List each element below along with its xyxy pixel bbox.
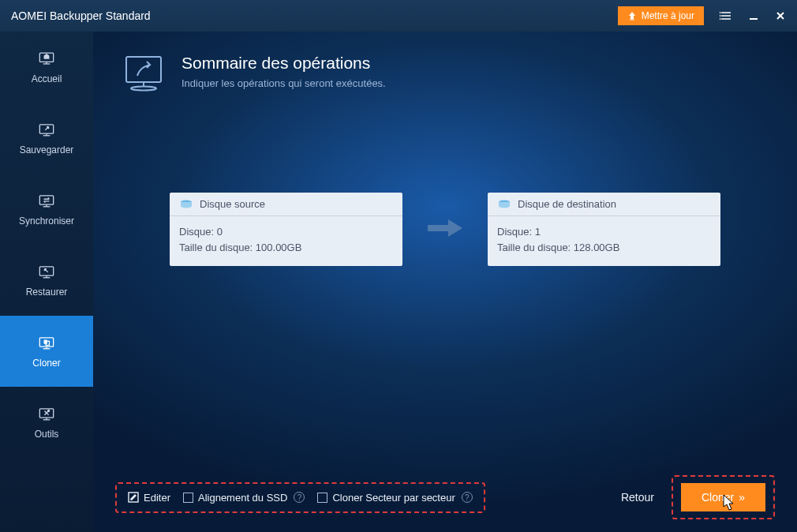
page-title: Sommaire des opérations	[181, 54, 386, 73]
disk-icon	[179, 199, 193, 210]
sector-clone-checkbox[interactable]: Cloner Secteur par secteur ?	[317, 492, 472, 504]
svg-rect-31	[126, 57, 161, 82]
upgrade-button[interactable]: Mettre à jour	[618, 6, 704, 25]
sidebar-label-restore: Restaurer	[26, 287, 68, 298]
disk-row: Disque source Disque: 0 Taille du disque…	[93, 193, 797, 266]
svg-point-6	[720, 19, 720, 20]
sidebar-label-tools: Outils	[35, 429, 59, 440]
edit-link[interactable]: Editer	[128, 492, 170, 504]
sidebar-label-backup: Sauvegarder	[20, 144, 74, 155]
sidebar: Accueil Sauvegarder Synchroniser Restaur…	[0, 32, 93, 532]
disk-icon	[497, 199, 511, 210]
svg-rect-0	[630, 20, 634, 21]
edit-icon	[128, 492, 139, 503]
sidebar-item-home[interactable]: Accueil	[0, 32, 93, 103]
dest-disk-line2: Taille du disque: 128.00GB	[497, 240, 711, 256]
upgrade-label: Mettre à jour	[642, 10, 694, 21]
title-bar: AOMEI Backupper Standard Mettre à jour	[0, 0, 797, 32]
help-icon[interactable]: ?	[462, 492, 473, 503]
app-title: AOMEI Backupper Standard	[11, 9, 151, 22]
edit-label: Editer	[144, 492, 170, 504]
sidebar-label-clone: Cloner	[32, 358, 60, 369]
sidebar-label-home: Accueil	[32, 73, 62, 84]
dest-title: Disque de destination	[518, 198, 616, 210]
sidebar-item-backup[interactable]: Sauvegarder	[0, 103, 93, 174]
svg-point-28	[48, 410, 50, 411]
sidebar-item-restore[interactable]: Restaurer	[0, 245, 93, 316]
dest-disk-box[interactable]: Disque de destination Disque: 1 Taille d…	[488, 193, 720, 266]
restore-icon	[36, 263, 57, 280]
svg-point-5	[720, 16, 720, 17]
sidebar-label-sync: Synchroniser	[19, 215, 74, 227]
source-disk-line2: Taille du disque: 100.00GB	[179, 240, 393, 256]
upgrade-icon	[627, 11, 637, 21]
svg-rect-16	[39, 196, 53, 204]
home-icon	[36, 50, 57, 67]
sidebar-item-clone[interactable]: Cloner	[0, 316, 93, 387]
align-ssd-label: Alignement du SSD	[198, 492, 287, 504]
backup-icon	[36, 121, 57, 138]
tools-icon	[36, 405, 57, 422]
svg-rect-24	[46, 341, 49, 345]
help-icon[interactable]: ?	[294, 492, 305, 503]
sector-clone-label: Cloner Secteur par secteur	[332, 492, 455, 504]
sync-icon	[36, 192, 57, 209]
align-ssd-checkbox[interactable]: Alignement du SSD ?	[183, 492, 305, 504]
page-header: Sommaire des opérations Indiquer les opé…	[93, 32, 797, 98]
summary-icon	[122, 54, 166, 98]
clone-icon	[36, 334, 57, 351]
options-highlight: Editer Alignement du SSD ? Cloner Secteu…	[115, 482, 485, 513]
svg-rect-35	[428, 225, 448, 231]
back-link[interactable]: Retour	[621, 491, 654, 504]
checkbox-box-icon	[317, 493, 327, 503]
sidebar-item-sync[interactable]: Synchroniser	[0, 174, 93, 245]
chevron-right-icon: »	[739, 491, 745, 504]
clone-highlight: Cloner »	[672, 475, 775, 519]
svg-point-32	[131, 87, 156, 91]
checkbox-box-icon	[183, 493, 193, 503]
svg-point-4	[720, 13, 720, 13]
source-disk-box[interactable]: Disque source Disque: 0 Taille du disque…	[170, 193, 402, 266]
main-panel: Sommaire des opérations Indiquer les opé…	[93, 32, 797, 532]
cursor-icon	[723, 494, 735, 515]
dest-disk-line1: Disque: 1	[497, 224, 711, 240]
bottom-bar: Editer Alignement du SSD ? Cloner Secteu…	[93, 475, 797, 519]
source-disk-line1: Disque: 0	[179, 224, 393, 240]
source-title: Disque source	[200, 198, 265, 210]
minimize-icon[interactable]	[748, 10, 759, 21]
sidebar-item-tools[interactable]: Outils	[0, 387, 93, 458]
page-subtitle: Indiquer les opérations qui seront exécu…	[181, 77, 386, 89]
menu-icon[interactable]	[720, 10, 732, 21]
close-icon[interactable]	[775, 10, 786, 21]
arrow-icon	[425, 216, 466, 243]
